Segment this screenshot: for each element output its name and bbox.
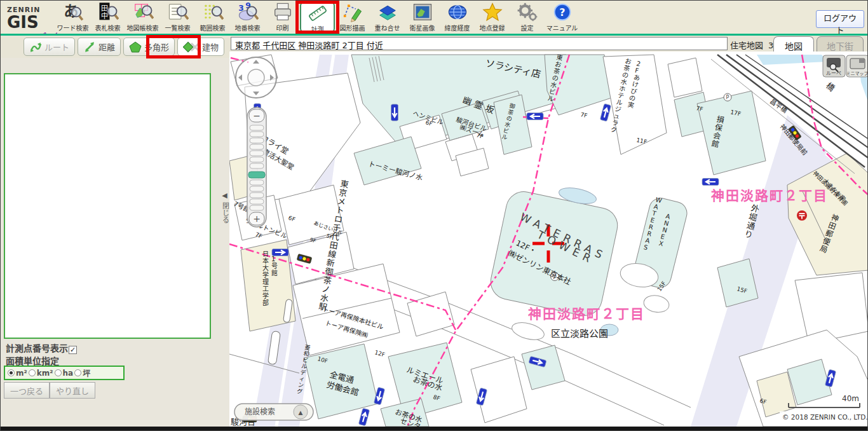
help-icon: ? — [552, 2, 573, 22]
measure-tool-label: 多角形 — [144, 41, 169, 53]
tool-label: 一覧検索 — [165, 23, 191, 32]
lat-lon-button[interactable]: 緯度経度 — [440, 2, 475, 32]
print-button[interactable]: 印刷 — [265, 2, 300, 32]
pan-control[interactable] — [236, 57, 276, 98]
zoom-steps[interactable] — [250, 125, 264, 210]
logo-gis: GIS — [7, 13, 39, 32]
zenrin-gis-window: ZENRIN GIS packages パッケージ あ ワード検索 田中 表札検… — [0, 0, 868, 431]
district-label: 神田淡路町２丁目 — [528, 306, 645, 322]
tool-label: 地点登録 — [480, 23, 505, 32]
unit-option-ha[interactable]: ha — [55, 369, 74, 378]
copyright-notice: © 2018 ZENRIN CO., LTD. — [780, 411, 868, 422]
undo-button[interactable]: 一つ戻る — [4, 382, 50, 399]
facility-search-label: 施設検索 — [245, 407, 275, 416]
atlas-search-button[interactable]: 地図帳検索 — [125, 2, 160, 32]
panel-collapse-tab[interactable]: ◀ 閉じる — [219, 191, 230, 249]
collapse-label: 閉じる — [220, 202, 230, 223]
radio-km2[interactable] — [29, 369, 36, 376]
measurement-panel: 計測点番号表示✓ 面積単位指定 m² km² ha 坪 一つ戻る やり直し — [1, 58, 229, 427]
unit-option-tsubo[interactable]: 坪 — [74, 367, 90, 378]
building-button[interactable]: 建物 — [177, 38, 224, 56]
logout-button[interactable]: ログアウト — [816, 10, 864, 28]
measure-tools: ルート 距離 多角形 建物 — [24, 38, 224, 56]
lot-number-search-button[interactable]: 39 地番検索 — [230, 2, 265, 32]
redo-button[interactable]: やり直し — [50, 382, 95, 399]
unit-option-m2[interactable]: m² — [8, 369, 27, 378]
tool-label: 図形描画 — [340, 23, 365, 32]
atlas-search-icon — [132, 2, 154, 22]
measure-tool-label: ルート — [44, 41, 69, 53]
zoom-out-label: − — [253, 111, 261, 121]
tool-label: 地図帳検索 — [127, 23, 159, 32]
satellite-image-button[interactable]: 衛星画像 — [405, 2, 440, 32]
map-type-label: 住宅地図 — [730, 41, 763, 50]
measure-tool-label: 建物 — [202, 41, 219, 53]
radio-m2[interactable] — [8, 369, 15, 376]
list-search-icon — [167, 2, 189, 22]
map-canvas[interactable]: P P ソラシティ店幽霊坂ヘンミビル6F駿河台ビル㈱ズーム7F御茶の水ビルニコラ… — [229, 51, 868, 427]
tool-label: 設定 — [521, 23, 534, 32]
map-address-bar: 東京都 千代田区 神田淡路町 2丁目 付近 — [231, 37, 728, 50]
nameplate-search-icon: 田中 — [97, 2, 119, 22]
settings-button[interactable]: 設定 — [510, 2, 545, 32]
manual-button[interactable]: ? マニュアル — [545, 2, 580, 32]
polygon-button[interactable]: 多角形 — [123, 38, 175, 56]
area-unit-group: m² km² ha 坪 — [4, 366, 125, 380]
word-search-button[interactable]: あ ワード検索 — [55, 2, 90, 32]
measure-tool-label: 距離 — [98, 41, 115, 53]
tool-label: 地番検索 — [235, 23, 261, 32]
point-number-label: 計測点番号表示 — [6, 343, 68, 353]
svg-text:?: ? — [559, 6, 565, 18]
radio-tsubo[interactable] — [74, 369, 81, 376]
lot-number-search-icon: 39 — [237, 2, 259, 22]
map-label: 日本大学理工学部 — [262, 250, 269, 306]
measure-button[interactable]: 計測 — [300, 2, 335, 32]
globe-icon — [447, 2, 468, 22]
satellite-image-icon — [412, 2, 433, 22]
tool-label: ワード検索 — [57, 23, 89, 32]
undo-redo-row: 一つ戻る やり直し — [4, 382, 95, 399]
facility-search-control[interactable]: 施設検索 ▲ — [234, 404, 313, 420]
print-icon — [272, 2, 294, 22]
area-unit-title: 面積単位指定 — [6, 354, 59, 367]
point-number-checkbox[interactable]: ✓ — [69, 346, 77, 354]
map-viewport[interactable]: P P ソラシティ店幽霊坂ヘンミビル6F駿河台ビル㈱ズーム7F御茶の水ビルニコラ… — [229, 51, 868, 427]
svg-text:3: 3 — [238, 4, 244, 13]
distance-button[interactable]: 距離 — [78, 38, 121, 56]
loupe-button[interactable]: ルーペ — [823, 55, 845, 77]
svg-text:P: P — [726, 95, 729, 100]
district-label: 神田淡路町２丁目 — [711, 188, 828, 203]
route-button[interactable]: ルート — [24, 38, 75, 56]
facility-search-arrow-icon: ▲ — [299, 409, 303, 416]
polygon-icon — [129, 41, 142, 53]
post-office-icon — [797, 210, 807, 221]
tool-label: 衛星画像 — [410, 23, 435, 32]
tool-label: 計測 — [311, 24, 324, 34]
overlay-button[interactable]: 重ね合せ — [370, 2, 405, 32]
zoom-slider[interactable]: − + — [247, 107, 266, 227]
range-search-icon — [202, 2, 224, 22]
minimap-button[interactable]: ミニマップ — [846, 55, 868, 77]
route-icon — [29, 41, 42, 53]
collapse-arrow-icon: ◀ — [222, 191, 227, 200]
svg-text:中: 中 — [100, 12, 107, 20]
map-label: 区立淡路公園 — [551, 328, 608, 339]
distance-icon — [83, 41, 96, 53]
list-search-button[interactable]: 一覧検索 — [160, 2, 195, 32]
shape-draw-button[interactable]: 図形描画 — [335, 2, 370, 32]
loupe-label: ルーペ — [826, 71, 841, 76]
point-number-row: 計測点番号表示✓ — [6, 341, 77, 354]
zoom-level-indicator[interactable] — [248, 172, 265, 178]
tool-label: 緯度経度 — [445, 23, 470, 32]
point-register-button[interactable]: 地点登録 — [475, 2, 510, 32]
minimap-label: ミニマップ — [846, 71, 868, 76]
radio-ha[interactable] — [55, 369, 62, 376]
overlay-layers-icon — [377, 2, 398, 22]
zoom-in-label: + — [253, 214, 261, 224]
range-search-button[interactable]: 範囲検索 — [195, 2, 230, 32]
measure-ruler-icon — [307, 3, 329, 24]
unit-option-km2[interactable]: km² — [29, 369, 53, 378]
nameplate-search-button[interactable]: 田中 表札検索 — [90, 2, 125, 32]
tab-map[interactable]: 地図 — [773, 36, 814, 52]
tab-underground[interactable]: 地下街 — [817, 36, 864, 52]
